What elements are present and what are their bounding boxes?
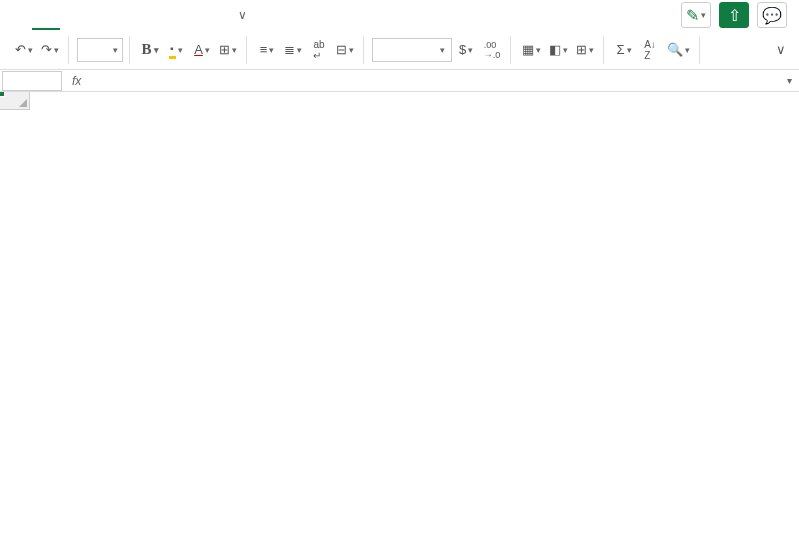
tab-file[interactable] <box>4 0 32 30</box>
editing-mode-button[interactable]: ✎▾ <box>681 2 711 28</box>
currency-button[interactable]: $▾ <box>454 37 478 63</box>
filter-icon: A↓Z <box>644 39 656 61</box>
font-color-icon: A <box>194 42 203 57</box>
font-size-input[interactable]: ▾ <box>77 38 123 62</box>
table-icon: ▦ <box>522 42 534 57</box>
merge-button[interactable]: ⊟▾ <box>333 37 357 63</box>
decimal-button[interactable]: .00→.0 <box>480 37 504 63</box>
tab-review[interactable] <box>200 0 228 30</box>
tab-insert[interactable] <box>60 0 88 30</box>
decimal-icon: .00→.0 <box>484 40 501 60</box>
fill-icon: 🞍 <box>169 41 176 59</box>
ribbon-tabs: ∨ ✎▾ ⇧ 💬 <box>0 0 799 30</box>
align-center-icon: ≡ <box>260 42 268 57</box>
formula-bar-row: fx ▾ <box>0 70 799 92</box>
comments-button[interactable]: 💬 <box>757 2 787 28</box>
align-middle-icon: ≣ <box>284 42 295 57</box>
undo-icon: ↶ <box>15 42 26 57</box>
insert-cells-button[interactable]: ⊞▾ <box>573 37 597 63</box>
tab-formulas[interactable] <box>144 0 172 30</box>
align-middle-button[interactable]: ≣▾ <box>281 37 305 63</box>
fill-color-button[interactable]: 🞍▾ <box>164 37 188 63</box>
ribbon-toolbar: ↶▾ ↷▾ ▾ B▾ 🞍▾ A▾ ⊞▾ ≡▾ ≣▾ ab↵ ⊟▾ ▾ $▾ .0… <box>0 30 799 70</box>
share-icon: ⇧ <box>728 6 741 25</box>
dollar-icon: $ <box>459 42 466 57</box>
sigma-icon: Σ <box>616 42 624 57</box>
number-format-select[interactable]: ▾ <box>372 38 452 62</box>
undo-button[interactable]: ↶▾ <box>12 37 36 63</box>
share-button[interactable]: ⇧ <box>719 2 749 28</box>
tab-home[interactable] <box>32 0 60 30</box>
ribbon-options[interactable]: ∨ <box>769 37 793 63</box>
find-button[interactable]: 🔍▾ <box>664 37 693 63</box>
borders-button[interactable]: ⊞▾ <box>216 37 240 63</box>
format-table-button[interactable]: ▦▾ <box>519 37 544 63</box>
align-center-button[interactable]: ≡▾ <box>255 37 279 63</box>
merge-icon: ⊟ <box>336 42 347 57</box>
tab-page-layout[interactable] <box>116 0 144 30</box>
comment-icon: 💬 <box>762 6 782 25</box>
find-icon: 🔍 <box>667 42 683 57</box>
paint-icon: ◧ <box>549 42 561 57</box>
borders-icon: ⊞ <box>219 42 230 57</box>
name-box[interactable] <box>2 71 62 91</box>
tab-more[interactable]: ∨ <box>228 8 257 22</box>
sort-filter-button[interactable]: A↓Z <box>638 37 662 63</box>
formula-expand[interactable]: ▾ <box>779 75 799 86</box>
tab-data[interactable] <box>172 0 200 30</box>
autosum-button[interactable]: Σ▾ <box>612 37 636 63</box>
insert-icon: ⊞ <box>576 42 587 57</box>
select-all-corner[interactable] <box>0 92 30 110</box>
worksheet-grid[interactable] <box>0 92 799 534</box>
bold-button[interactable]: B▾ <box>138 37 162 63</box>
font-color-button[interactable]: A▾ <box>190 37 214 63</box>
fx-label[interactable]: fx <box>62 74 91 88</box>
cell-styles-button[interactable]: ◧▾ <box>546 37 571 63</box>
wrap-text-button[interactable]: ab↵ <box>307 37 331 63</box>
redo-button[interactable]: ↷▾ <box>38 37 62 63</box>
pencil-icon: ✎ <box>686 6 699 25</box>
redo-icon: ↷ <box>41 42 52 57</box>
wrap-icon: ab↵ <box>313 39 324 61</box>
tab-draw[interactable] <box>88 0 116 30</box>
